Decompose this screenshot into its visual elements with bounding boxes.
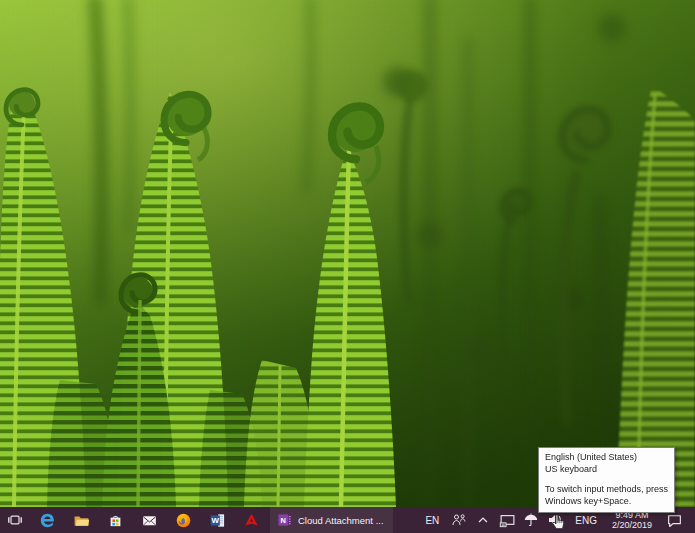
people-button[interactable] [447,507,471,533]
folder-icon [73,512,90,529]
envelope-icon [141,512,158,529]
store-bag-icon [107,512,124,529]
firefox-icon [175,512,192,529]
onenote-icon: N [277,512,293,528]
action-center-icon [666,512,683,529]
umbrella-icon [523,512,539,528]
tooltip-hint-line2: Windows key+Space. [545,496,668,508]
taskbar-app-file-explorer[interactable] [64,507,98,533]
ethernet-icon [499,512,516,529]
chevron-up-icon [476,513,490,527]
network-tray-icon[interactable] [495,507,519,533]
input-method-tooltip: English (United States) US keyboard To s… [538,447,675,513]
taskbar-app-acrobat[interactable] [234,507,268,533]
fern-wallpaper-image [0,0,695,507]
taskbar-window-onenote[interactable]: N Cloud Attachment ... [270,507,393,533]
open-window-label: Cloud Attachment ... [298,515,384,526]
taskbar-left-section: W N Cloud Attachment ... [0,507,393,533]
hand-cursor-icon [551,514,565,530]
taskbar-app-firefox[interactable] [166,507,200,533]
tooltip-language: English (United States) [545,452,668,464]
task-view-button[interactable] [0,507,30,533]
language-abbr[interactable]: EN [417,507,447,533]
edge-icon [39,512,56,529]
tooltip-keyboard: US keyboard [545,464,668,476]
acrobat-icon [243,512,260,529]
desktop-screen: English (United States) US keyboard To s… [0,0,695,533]
taskbar-app-edge[interactable] [30,507,64,533]
task-view-icon [7,512,23,528]
taskbar-app-mail[interactable] [132,507,166,533]
show-hidden-icons-button[interactable] [471,507,495,533]
taskbar-app-store[interactable] [98,507,132,533]
svg-text:W: W [211,516,219,525]
taskbar-app-word[interactable]: W [200,507,234,533]
word-icon: W [209,512,226,529]
desktop-wallpaper[interactable] [0,0,695,507]
mouse-cursor [551,514,565,533]
tooltip-hint-line1: To switch input methods, press [545,484,668,496]
svg-text:N: N [280,516,285,525]
clock-date: 2/20/2019 [612,520,652,530]
people-icon [451,512,467,528]
